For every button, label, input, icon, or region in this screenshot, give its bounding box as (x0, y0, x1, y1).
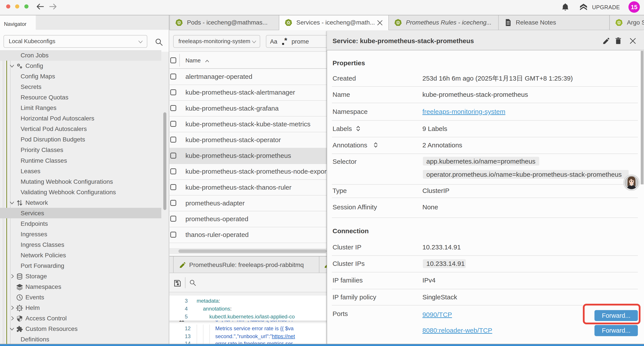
svg-text:HELM: HELM (18, 308, 22, 309)
